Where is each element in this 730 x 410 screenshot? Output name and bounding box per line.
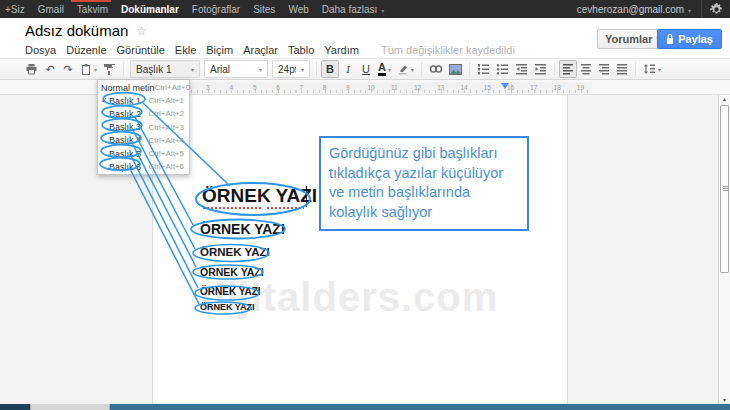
horizontal-scrollbar[interactable] — [0, 404, 730, 410]
menu-item-heading-6[interactable]: Başlık 6 Ctrl+Alt+6 — [98, 160, 189, 173]
redo-button[interactable]: ↷ — [59, 60, 77, 78]
topbar-link-calendar[interactable]: Takvim — [77, 4, 108, 15]
underline-button[interactable]: U — [357, 60, 375, 78]
italic-button[interactable]: I — [339, 60, 357, 78]
menu-file[interactable]: Dosya — [25, 44, 56, 56]
align-right-button[interactable] — [595, 60, 613, 78]
menu-format[interactable]: Biçim — [206, 44, 233, 56]
heading-1-text[interactable]: ÖRNEK YAZI — [202, 185, 317, 207]
line-spacing-icon — [643, 63, 656, 75]
document-page[interactable]: dijitalders.com ÖRNEK YAZI ÖRNEK YAZI ÖR… — [152, 95, 568, 404]
menu-insert[interactable]: Ekle — [175, 44, 196, 56]
decrease-indent-button[interactable] — [512, 60, 531, 78]
account-email[interactable]: cevherozan@gmail.com ▾ — [577, 4, 691, 15]
justify-button[interactable] — [613, 60, 631, 78]
shortcut-label: Ctrl+Alt+5 — [148, 149, 184, 158]
google-black-bar: +Siz Gmail Takvim Dokümanlar Fotoğraflar… — [0, 0, 730, 18]
heading-6-text[interactable]: ÖRNEK YAZI — [200, 302, 255, 312]
insert-link-button[interactable] — [426, 60, 446, 78]
print-button[interactable] — [22, 60, 41, 78]
google-product-links: +Siz Gmail Takvim Dokümanlar Fotoğraflar… — [0, 4, 384, 15]
menu-tools[interactable]: Araçlar — [243, 44, 278, 56]
menu-item-heading-5[interactable]: Başlık 5 Ctrl+Alt+5 — [98, 147, 189, 160]
font-dropdown[interactable]: Arial▾ — [204, 60, 268, 78]
align-center-button[interactable] — [577, 60, 595, 78]
line-spacing-button[interactable]: ▾ — [640, 60, 664, 78]
document-title[interactable]: Adsız doküman — [25, 22, 128, 39]
bulleted-list-button[interactable] — [493, 60, 512, 78]
font-size-dropdown[interactable]: 24pt▾ — [272, 60, 310, 78]
scroll-up-arrow[interactable]: ▴ — [719, 96, 730, 102]
highlight-color-button[interactable]: ▾ — [394, 60, 417, 78]
vertical-scrollbar-thumb[interactable] — [720, 105, 729, 273]
align-center-icon — [580, 63, 592, 75]
heading-2-text[interactable]: ÖRNEK YAZI — [200, 221, 285, 237]
image-icon — [449, 64, 462, 75]
google-docs-window: +Siz Gmail Takvim Dokümanlar Fotoğraflar… — [0, 0, 730, 410]
text-color-button[interactable]: A▾ — [375, 60, 394, 78]
chevron-down-icon: ▾ — [296, 66, 304, 73]
topbar-link-documents[interactable]: Dokümanlar — [121, 4, 179, 15]
menu-item-normal-text[interactable]: Normal metin Ctrl+Alt+0 — [98, 81, 189, 94]
menu-item-heading-1[interactable]: ✓ Başlık 1 Ctrl+Alt+1 — [98, 94, 189, 107]
menu-item-heading-4[interactable]: Başlık 4 Ctrl+Alt+4 — [98, 134, 189, 147]
active-product-indicator — [71, 0, 111, 2]
shortcut-label: Ctrl+Alt+4 — [148, 136, 184, 145]
align-right-icon — [598, 63, 610, 75]
bold-button[interactable]: B — [321, 60, 339, 78]
annotation-callout-box: Gördüğünüz gibi başlıkları tıkladıkça ya… — [319, 136, 529, 231]
spellcheck-underline — [203, 207, 261, 209]
justify-icon — [616, 63, 628, 75]
topbar-link-web[interactable]: Web — [288, 4, 308, 15]
chevron-down-icon: ▾ — [411, 66, 414, 73]
settings-button[interactable] — [702, 0, 730, 18]
vertical-scrollbar[interactable]: ▴ ▾ — [718, 95, 730, 404]
heading-5-text[interactable]: ÖRNEK YAZI — [200, 286, 261, 297]
text-color-icon: A — [378, 62, 386, 76]
align-left-button[interactable] — [559, 60, 577, 78]
link-icon — [429, 64, 443, 74]
horizontal-scrollbar-thumb[interactable] — [30, 404, 110, 410]
heading-3-text[interactable]: ÖRNEK YAZI — [200, 246, 270, 258]
topbar-link-photos[interactable]: Fotoğraflar — [192, 4, 240, 15]
shortcut-label: Ctrl+Alt+2 — [148, 109, 184, 118]
styles-dropdown[interactable]: Başlık 1▾ — [130, 60, 200, 78]
menu-table[interactable]: Tablo — [288, 44, 314, 56]
clipboard-icon — [80, 63, 92, 76]
topbar-link-more[interactable]: Daha fazlası ▾ — [322, 4, 384, 15]
right-margin-marker[interactable] — [501, 83, 509, 89]
web-clipboard-button[interactable]: ▾ — [77, 60, 100, 78]
watermark: dijitalders.com — [201, 275, 498, 320]
shortcut-label: Ctrl+Alt+0 — [155, 83, 191, 92]
paint-roller-icon — [103, 63, 116, 76]
chevron-updown-icon: ▾ — [186, 66, 194, 73]
menu-item-heading-2[interactable]: Başlık 2 Ctrl+Alt+2 — [98, 107, 189, 120]
chevron-down-icon: ▾ — [381, 8, 384, 14]
increase-indent-button[interactable] — [531, 60, 550, 78]
menu-item-heading-3[interactable]: Başlık 3 Ctrl+Alt+3 — [98, 121, 189, 134]
topbar-link-gmail[interactable]: Gmail — [38, 4, 64, 15]
underline-icon: U — [362, 63, 370, 75]
share-button[interactable]: Paylaş — [657, 29, 722, 49]
chevron-updown-icon: ▾ — [254, 66, 262, 73]
menu-view[interactable]: Görüntüle — [117, 44, 165, 56]
star-icon[interactable]: ☆ — [136, 24, 147, 38]
undo-button[interactable]: ↶ — [41, 60, 59, 78]
heading-4-text[interactable]: ÖRNEK YAZI — [200, 266, 264, 278]
align-left-icon — [562, 63, 574, 75]
insert-image-button[interactable] — [446, 60, 465, 78]
numbered-list-icon — [477, 63, 490, 75]
text-cursor — [306, 186, 307, 207]
paint-format-button[interactable] — [100, 60, 119, 78]
chevron-down-icon: ▾ — [388, 66, 391, 73]
shortcut-label: Ctrl+Alt+3 — [148, 123, 184, 132]
scroll-down-arrow[interactable]: ▾ — [719, 397, 730, 403]
chevron-down-icon: ▾ — [94, 66, 97, 73]
lock-icon — [666, 34, 674, 44]
menu-edit[interactable]: Düzenle — [66, 44, 106, 56]
numbered-list-button[interactable] — [474, 60, 493, 78]
topbar-link-plus-you[interactable]: +Siz — [5, 4, 25, 15]
topbar-link-sites[interactable]: Sites — [253, 4, 275, 15]
topbar-account-area: cevherozan@gmail.com ▾ — [577, 0, 730, 18]
menu-help[interactable]: Yardım — [324, 44, 359, 56]
